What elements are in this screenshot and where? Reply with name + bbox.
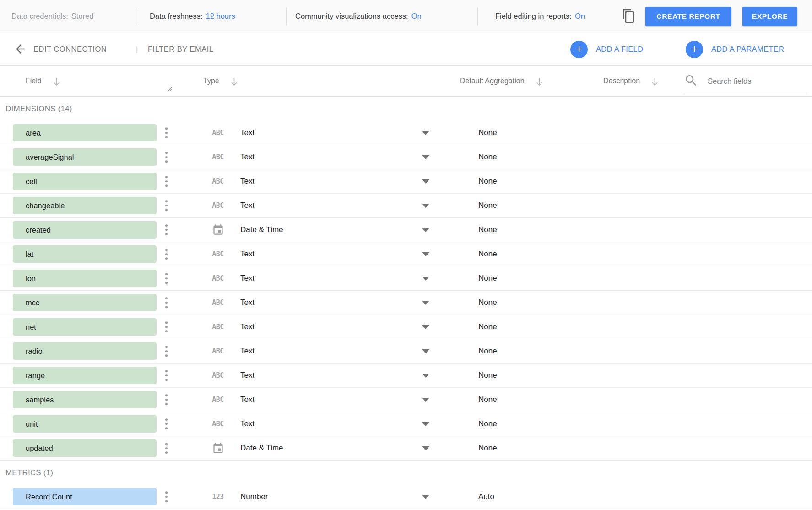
connection-toolbar: EDIT CONNECTION | FILTER BY EMAIL + ADD … — [0, 33, 812, 66]
type-dropdown-icon[interactable] — [422, 398, 429, 402]
aggregation-value[interactable]: None — [478, 436, 497, 460]
edit-connection-link[interactable]: EDIT CONNECTION — [33, 33, 107, 65]
type-dropdown-icon[interactable] — [422, 374, 429, 378]
type-label: Text — [240, 315, 254, 339]
aggregation-value[interactable]: None — [478, 169, 497, 193]
field-chip[interactable]: changeable — [13, 197, 157, 214]
field-editing-value[interactable]: On — [575, 12, 585, 21]
type-dropdown-icon[interactable] — [422, 252, 429, 256]
field-chip-label: updated — [26, 444, 53, 453]
field-options-menu-icon[interactable] — [163, 295, 169, 310]
type-dropdown-icon[interactable] — [422, 495, 429, 499]
aggregation-value[interactable]: None — [478, 194, 497, 217]
field-options-menu-icon[interactable] — [163, 320, 169, 334]
field-chip[interactable]: unit — [13, 415, 157, 433]
field-options-menu-icon[interactable] — [163, 174, 169, 189]
aggregation-value[interactable]: None — [478, 412, 497, 436]
type-label: Date & Time — [240, 218, 283, 242]
field-options-menu-icon[interactable] — [163, 125, 169, 140]
field-options-menu-icon[interactable] — [163, 489, 169, 504]
field-editing-status[interactable]: Field editing in reports: On — [495, 0, 585, 33]
field-options-menu-icon[interactable] — [163, 271, 169, 286]
field-options-menu-icon[interactable] — [163, 344, 169, 358]
aggregation-value[interactable]: None — [478, 266, 497, 290]
type-dropdown-icon[interactable] — [422, 155, 429, 159]
field-chip[interactable]: area — [13, 124, 157, 141]
data-credentials-value: Stored — [71, 12, 94, 21]
back-button[interactable] — [12, 41, 29, 59]
community-viz-status[interactable]: Community visualizations access: On — [295, 0, 422, 33]
duplicate-datasource-button[interactable] — [619, 7, 638, 27]
field-chip[interactable]: cell — [13, 173, 157, 190]
create-report-button[interactable]: CREATE REPORT — [645, 7, 731, 26]
aggregation-value[interactable]: None — [478, 388, 497, 412]
field-chip[interactable]: updated — [13, 439, 157, 457]
community-viz-value[interactable]: On — [411, 12, 422, 21]
add-field-button[interactable]: + ADD A FIELD — [570, 33, 643, 65]
data-credentials-status[interactable]: Data credentials: Stored — [11, 0, 93, 33]
field-options-menu-icon[interactable] — [163, 368, 169, 383]
field-chip[interactable]: range — [13, 367, 157, 384]
column-header-type[interactable]: Type — [203, 66, 238, 96]
field-options-menu-icon[interactable] — [163, 441, 169, 456]
field-chip[interactable]: radio — [13, 342, 157, 360]
field-chip[interactable]: samples — [13, 391, 157, 408]
aggregation-value[interactable]: None — [478, 339, 497, 363]
data-freshness-status[interactable]: Data freshness: 12 hours — [150, 0, 235, 33]
field-options-menu-icon[interactable] — [163, 222, 169, 237]
field-chip-label: samples — [26, 396, 54, 404]
type-dropdown-icon[interactable] — [422, 349, 429, 353]
filter-by-email-link[interactable]: FILTER BY EMAIL — [148, 33, 214, 65]
aggregation-value[interactable]: None — [478, 315, 497, 339]
type-dropdown-icon[interactable] — [422, 131, 429, 135]
type-label: Text — [240, 121, 254, 145]
aggregation-value[interactable]: None — [478, 145, 497, 169]
field-chip[interactable]: net — [13, 318, 157, 336]
type-dropdown-icon[interactable] — [422, 204, 429, 208]
column-header-field[interactable]: Field — [26, 66, 60, 96]
sort-arrow-icon[interactable] — [230, 77, 238, 87]
data-freshness-value[interactable]: 12 hours — [206, 12, 235, 21]
aggregation-value[interactable]: None — [478, 242, 497, 266]
number-type-icon: 123 — [207, 485, 229, 509]
field-chip[interactable]: lat — [13, 245, 157, 263]
type-dropdown-icon[interactable] — [422, 325, 429, 329]
field-options-menu-icon[interactable] — [163, 150, 169, 164]
field-chip[interactable]: Record Count — [13, 488, 157, 505]
field-options-menu-icon[interactable] — [163, 417, 169, 431]
type-dropdown-icon[interactable] — [422, 301, 429, 305]
field-editing-label: Field editing in reports: — [495, 12, 572, 21]
field-options-menu-icon[interactable] — [163, 198, 169, 213]
sort-arrow-icon[interactable] — [53, 77, 60, 87]
column-header-description[interactable]: Description — [603, 66, 659, 96]
text-type-icon: ABC — [207, 145, 229, 169]
field-header-label: Field — [26, 77, 42, 85]
field-options-menu-icon[interactable] — [163, 247, 169, 261]
field-options-menu-icon[interactable] — [163, 392, 169, 407]
aggregation-value[interactable]: None — [478, 291, 497, 315]
field-chip[interactable]: lon — [13, 270, 157, 287]
column-header-default-aggregation[interactable]: Default Aggregation — [460, 66, 543, 96]
field-chip[interactable]: averageSignal — [13, 148, 157, 166]
search-icon — [684, 73, 698, 90]
column-resize-grip[interactable] — [167, 85, 173, 93]
type-dropdown-icon[interactable] — [422, 446, 429, 450]
sort-arrow-icon[interactable] — [536, 77, 543, 87]
aggregation-value[interactable]: None — [478, 218, 497, 242]
explore-button[interactable]: EXPLORE — [742, 7, 797, 26]
aggregation-value[interactable]: Auto — [478, 485, 494, 509]
type-dropdown-icon[interactable] — [422, 228, 429, 232]
field-chip[interactable]: created — [13, 221, 157, 239]
type-dropdown-icon[interactable] — [422, 422, 429, 426]
type-dropdown-icon[interactable] — [422, 277, 429, 281]
search-fields-box[interactable] — [684, 71, 807, 92]
description-header-label: Description — [603, 77, 640, 85]
field-chip[interactable]: mcc — [13, 294, 157, 311]
aggregation-value[interactable]: None — [478, 121, 497, 145]
add-parameter-button[interactable]: + ADD A PARAMETER — [686, 33, 784, 65]
type-dropdown-icon[interactable] — [422, 179, 429, 184]
field-chip-label: area — [26, 129, 41, 137]
search-fields-input[interactable] — [708, 77, 799, 86]
aggregation-value[interactable]: None — [478, 364, 497, 387]
sort-arrow-icon[interactable] — [651, 77, 659, 87]
